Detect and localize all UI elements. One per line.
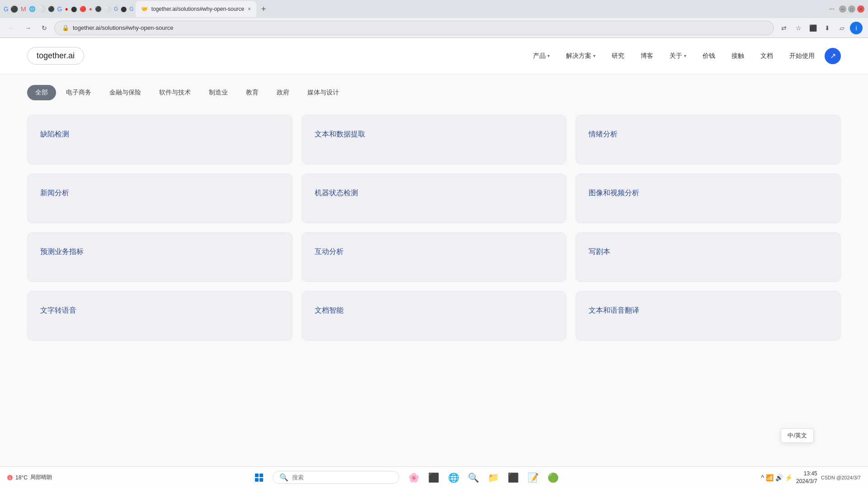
bookmark-button[interactable]: ☆ bbox=[792, 22, 805, 34]
nav-item-research[interactable]: 研究 bbox=[605, 48, 631, 64]
tray-chevron[interactable]: ^ bbox=[761, 474, 764, 481]
filter-tab-media[interactable]: 媒体与设计 bbox=[299, 85, 347, 100]
taskbar-app-green[interactable]: 🟢 bbox=[544, 469, 562, 487]
card-3[interactable]: 新闻分析 bbox=[27, 174, 292, 223]
weather-icon: 1 bbox=[7, 475, 13, 480]
nav-item-contact[interactable]: 接触 bbox=[725, 48, 750, 64]
filter-tab-finance[interactable]: 金融与保险 bbox=[101, 85, 149, 100]
taskbar-app-folder[interactable]: 📁 bbox=[484, 469, 502, 487]
browser-tabs-bar: G ⚫ M 🌐 ⚪ ⚫ G ● ⬤ 🔴 ● ⚫ ⚪ G ⬤ G 🤝 togeth… bbox=[0, 0, 868, 18]
window-minimize[interactable]: ─ bbox=[839, 5, 846, 13]
nav-item-about[interactable]: 关于 ▾ bbox=[663, 48, 693, 64]
tab-favicon-more5[interactable]: ⚪ bbox=[104, 6, 111, 12]
card-title-6: 预测业务指标 bbox=[40, 247, 84, 257]
window-extend[interactable]: ⋯ bbox=[826, 6, 837, 12]
logo-container[interactable]: together.ai bbox=[27, 47, 84, 65]
nav-item-docs[interactable]: 文档 bbox=[754, 48, 779, 64]
tab-favicon-github[interactable]: ⚫ bbox=[10, 5, 18, 13]
search-input[interactable] bbox=[292, 474, 392, 481]
start-square-4 bbox=[259, 478, 263, 482]
nav-item-pricing[interactable]: 价钱 bbox=[696, 48, 722, 64]
extensions-button[interactable]: ⬛ bbox=[807, 22, 819, 34]
tooltip-text: 中/英文 bbox=[788, 432, 807, 439]
taskbar-app-terminal[interactable]: ⬛ bbox=[504, 469, 522, 487]
filter-tab-ecommerce[interactable]: 电子商务 bbox=[58, 85, 99, 100]
secure-icon: 🔒 bbox=[62, 24, 69, 31]
navbar: together.ai 产品 ▾ 解决方案 ▾ 研究 博客 关于 ▾ 价钱 bbox=[0, 38, 868, 74]
taskbar-app-search[interactable]: 🔍 bbox=[464, 469, 482, 487]
filter-tab-education[interactable]: 教育 bbox=[238, 85, 267, 100]
taskbar-app-note[interactable]: 📝 bbox=[524, 469, 542, 487]
browser-chrome: G ⚫ M 🌐 ⚪ ⚫ G ● ⬤ 🔴 ● ⚫ ⚪ G ⬤ G 🤝 togeth… bbox=[0, 0, 868, 38]
tab-favicon-dark[interactable]: ⬤ bbox=[71, 6, 77, 12]
tray-volume[interactable]: 🔊 bbox=[775, 474, 783, 481]
download-button[interactable]: ⬇ bbox=[821, 22, 834, 34]
filter-tabs: 全部 电子商务 金融与保险 软件与技术 制造业 教育 政府 媒体与设计 bbox=[27, 85, 841, 100]
tray-network[interactable]: 📶 bbox=[766, 474, 774, 481]
translation-tooltip: 中/英文 bbox=[781, 428, 814, 443]
start-square-1 bbox=[255, 474, 259, 477]
translate-button[interactable]: ⇄ bbox=[778, 22, 790, 34]
taskbar-app-edge[interactable]: 🌐 bbox=[444, 469, 462, 487]
card-2[interactable]: 情绪分析 bbox=[576, 115, 841, 164]
address-bar[interactable]: 🔒 together.ai/solutions#why-open-source bbox=[54, 21, 774, 35]
card-8[interactable]: 写剧本 bbox=[576, 232, 841, 282]
card-4[interactable]: 机器状态检测 bbox=[302, 174, 567, 223]
new-tab-button[interactable]: + bbox=[257, 3, 270, 15]
filter-tab-all[interactable]: 全部 bbox=[27, 85, 56, 100]
reload-button[interactable]: ↻ bbox=[38, 22, 51, 34]
window-maximize[interactable]: □ bbox=[848, 5, 855, 13]
tab-favicon-google[interactable]: G bbox=[4, 5, 9, 13]
nav-item-product[interactable]: 产品 ▾ bbox=[527, 48, 556, 64]
card-6[interactable]: 预测业务指标 bbox=[27, 232, 292, 282]
card-0[interactable]: 缺陷检测 bbox=[27, 115, 292, 164]
window-controls: ⋯ ─ □ ✕ bbox=[826, 5, 864, 13]
card-title-1: 文本和数据提取 bbox=[315, 130, 365, 139]
tab-favicon-more7[interactable]: ⬤ bbox=[121, 6, 127, 12]
tray-battery[interactable]: ⚡ bbox=[785, 474, 793, 481]
forward-button[interactable]: → bbox=[22, 22, 34, 34]
tab-favicon-more8[interactable]: G bbox=[129, 6, 133, 12]
clock[interactable]: 13:45 2024/3/7 bbox=[796, 470, 817, 485]
tab-favicon-red[interactable]: ● bbox=[65, 6, 68, 12]
weather-info[interactable]: 1 18°C 局部晴朗 bbox=[7, 474, 52, 481]
back-button[interactable]: ← bbox=[5, 22, 18, 34]
sidebar-button[interactable]: ▱ bbox=[835, 22, 848, 34]
profile-button[interactable]: i bbox=[850, 22, 863, 34]
weather-temp: 18°C bbox=[15, 474, 28, 481]
tab-favicon-more4[interactable]: ⚫ bbox=[95, 6, 102, 12]
nav-item-getstarted[interactable]: 开始使用 bbox=[783, 48, 821, 64]
active-tab[interactable]: 🤝 together.ai/solutions#why-open-source … bbox=[136, 1, 256, 17]
tab-favicon-red2[interactable]: 🔴 bbox=[80, 6, 86, 12]
filter-tab-manufacturing[interactable]: 制造业 bbox=[201, 85, 236, 100]
card-1[interactable]: 文本和数据提取 bbox=[302, 115, 567, 164]
start-button[interactable] bbox=[251, 469, 267, 486]
card-7[interactable]: 互动分析 bbox=[302, 232, 567, 282]
cta-button[interactable]: ↗ bbox=[825, 48, 841, 64]
cards-grid: 缺陷检测 文本和数据提取 情绪分析 新闻分析 机器状态检测 图像和视频分析 预测… bbox=[27, 115, 841, 341]
tab-favicon-m[interactable]: M bbox=[21, 5, 26, 13]
nav-item-blog[interactable]: 博客 bbox=[634, 48, 660, 64]
filter-tab-government[interactable]: 政府 bbox=[269, 85, 297, 100]
active-tab-title: together.ai/solutions#why-open-source bbox=[151, 6, 244, 12]
tab-favicon-edge[interactable]: 🌐 bbox=[29, 6, 36, 12]
card-5[interactable]: 图像和视频分析 bbox=[576, 174, 841, 223]
taskbar-app-dark[interactable]: ⬛ bbox=[425, 469, 443, 487]
clock-date: 2024/3/7 bbox=[796, 478, 817, 485]
card-9[interactable]: 文字转语音 bbox=[27, 291, 292, 341]
search-box[interactable]: 🔍 bbox=[273, 471, 399, 484]
tab-favicon-more6[interactable]: G bbox=[114, 6, 118, 12]
tab-close-button[interactable]: × bbox=[248, 6, 251, 12]
tab-favicon-more3[interactable]: ● bbox=[89, 6, 92, 12]
nav-item-solutions[interactable]: 解决方案 ▾ bbox=[560, 48, 602, 64]
card-11[interactable]: 文本和语音翻译 bbox=[576, 291, 841, 341]
filter-tab-software[interactable]: 软件与技术 bbox=[151, 85, 199, 100]
tab-favicon-strip: G ⚫ M 🌐 ⚪ ⚫ G ● ⬤ 🔴 ● ⚫ ⚪ G ⬤ G 🤝 togeth… bbox=[4, 1, 826, 17]
card-10[interactable]: 文档智能 bbox=[302, 291, 567, 341]
tab-favicon-more1[interactable]: ⚪ bbox=[38, 6, 45, 12]
address-text[interactable]: together.ai/solutions#why-open-source bbox=[73, 24, 766, 31]
tab-favicon-more2[interactable]: ⚫ bbox=[48, 6, 55, 12]
window-close[interactable]: ✕ bbox=[857, 5, 864, 13]
tab-favicon-google2[interactable]: G bbox=[57, 5, 62, 13]
taskbar-app-flower[interactable]: 🌸 bbox=[405, 469, 423, 487]
